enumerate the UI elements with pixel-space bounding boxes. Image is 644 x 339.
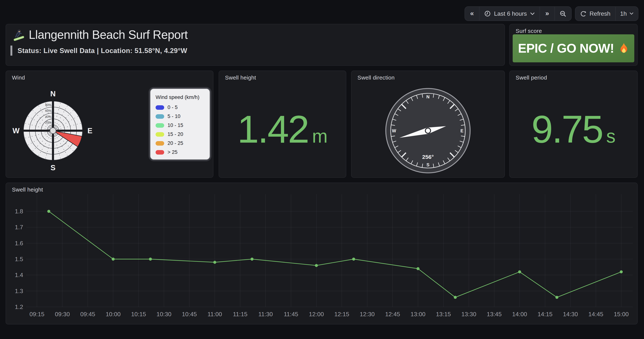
x-axis-tick-label: 11:45: [284, 311, 298, 317]
time-range-button[interactable]: Last 6 hours: [480, 7, 540, 21]
y-axis-tick-label: 1.2: [15, 303, 23, 310]
ring-label: 60%: [45, 109, 52, 113]
legend-label: > 25: [168, 149, 178, 155]
x-axis-tick-label: 12:45: [385, 311, 400, 317]
swell-height-unit: m: [312, 125, 328, 147]
legend-swatch: [156, 150, 164, 154]
y-axis-tick-label: 1.3: [15, 288, 23, 294]
time-picker-group: « Last 6 hours »: [464, 6, 572, 21]
wind-legend: Wind speed (km/h) 0 - 55 - 1010 - 1515 -…: [150, 88, 210, 160]
x-axis-tick-label: 10:15: [131, 311, 146, 317]
swell-height-value: 1.42: [237, 107, 308, 152]
cardinal-label: S: [426, 162, 430, 167]
page-title-row: Llangennith Beach Surf Report: [12, 28, 188, 42]
clock-icon: [484, 11, 491, 17]
legend-swatch: [156, 123, 164, 128]
compass-value: 256°: [422, 154, 434, 160]
stat-value-wrap: 9.75 s: [510, 71, 637, 177]
x-axis-tick-label: 14:45: [588, 311, 603, 317]
legend-items: 0 - 55 - 1010 - 1515 - 2020 - 25> 25: [156, 105, 204, 155]
refresh-icon: [580, 11, 586, 17]
legend-label: 0 - 5: [168, 105, 178, 110]
data-point: [416, 267, 420, 270]
cardinal-label: W: [12, 127, 20, 135]
legend-swatch: [156, 114, 164, 119]
data-point: [352, 258, 355, 261]
legend-item: 15 - 20: [156, 131, 204, 137]
swell-period-unit: s: [606, 125, 616, 147]
data-point: [454, 296, 457, 299]
time-range-label: Last 6 hours: [494, 10, 527, 17]
stat-value-wrap: 1.42 m: [219, 71, 346, 177]
swell-height-timeseries-panel: Swell height 09:1509:3009:4510:0010:1510…: [6, 183, 638, 324]
ring-label: 40%: [45, 115, 52, 119]
cardinal-label: E: [460, 128, 464, 133]
panel-title: Swell direction: [358, 74, 394, 81]
x-axis-tick-label: 10:00: [106, 311, 120, 317]
x-axis-tick-label: 12:00: [309, 311, 324, 317]
chevron-down-icon: [630, 12, 634, 15]
time-shift-back-button[interactable]: «: [465, 7, 480, 21]
x-axis-tick-label: 13:45: [487, 311, 502, 317]
legend-item: 20 - 25: [156, 140, 204, 146]
legend-label: 20 - 25: [168, 140, 183, 146]
time-shift-forward-button[interactable]: »: [540, 7, 555, 21]
refresh-interval-button[interactable]: 1h: [616, 7, 638, 21]
x-axis-tick-label: 10:45: [182, 311, 197, 317]
y-axis-tick-label: 1.8: [15, 208, 23, 215]
ring-label: 20%: [45, 121, 52, 124]
panel-title: Swell period: [516, 74, 547, 81]
x-axis-tick-label: 12:30: [360, 311, 374, 317]
data-point: [518, 270, 521, 273]
legend-title: Wind speed (km/h): [156, 93, 204, 101]
timeseries-chart[interactable]: 09:1509:3009:4510:0010:1510:3010:4511:00…: [6, 183, 637, 324]
data-point: [556, 296, 558, 299]
header-panel: Llangennith Beach Surf Report Status: Li…: [6, 24, 505, 66]
x-axis-tick-label: 09:30: [55, 311, 70, 317]
x-axis-tick-label: 09:45: [80, 311, 95, 317]
status-blockquote: Status: Live Swell Data | Location: 51.5…: [10, 46, 187, 56]
x-axis-tick-label: 11:30: [258, 311, 273, 317]
zoom-out-magnifier-icon: [560, 10, 566, 17]
surf-score-value: EPIC / GO NOW!: [518, 41, 614, 56]
cardinal-label: E: [88, 127, 92, 135]
x-axis-tick-label: 09:15: [30, 311, 44, 317]
data-point: [149, 258, 152, 261]
double-chevron-left-icon: «: [470, 10, 474, 18]
x-axis-tick-label: 13:30: [461, 311, 476, 317]
status-line: Status: Live Swell Data | Location: 51.5…: [18, 47, 187, 55]
cardinal-label: N: [50, 90, 56, 98]
legend-item: 10 - 15: [156, 122, 204, 128]
zoom-out-time-button[interactable]: [555, 7, 571, 21]
x-axis-tick-label: 15:00: [614, 311, 629, 317]
x-axis-tick-label: 11:00: [208, 311, 222, 317]
ring-label: 80%: [45, 103, 52, 107]
legend-swatch: [156, 132, 164, 136]
refresh-interval-label: 1h: [620, 10, 627, 17]
legend-swatch: [156, 105, 164, 110]
legend-swatch: [156, 141, 164, 145]
compass-gauge: NESW256°: [352, 71, 504, 177]
legend-label: 15 - 20: [168, 131, 183, 137]
data-point: [48, 210, 50, 213]
panel-title: Surf score: [516, 28, 542, 34]
data-point: [620, 270, 623, 273]
y-axis-tick-label: 1.4: [15, 272, 23, 278]
surf-score-panel: Surf score EPIC / GO NOW!: [509, 24, 638, 66]
legend-item: > 25: [156, 149, 204, 155]
blockquote-bar: [10, 46, 12, 56]
refresh-button[interactable]: Refresh: [575, 7, 616, 21]
x-axis-tick-label: 13:00: [410, 311, 426, 317]
legend-label: 10 - 15: [168, 122, 183, 128]
surf-score-banner: EPIC / GO NOW!: [513, 34, 634, 62]
swell-period-value: 9.75: [532, 107, 602, 152]
x-axis-tick-label: 14:15: [538, 311, 552, 317]
double-chevron-right-icon: »: [545, 10, 549, 18]
legend-label: 5 - 10: [168, 114, 180, 119]
cardinal-label: W: [392, 128, 396, 133]
cardinal-label: S: [50, 164, 56, 172]
swell-direction-panel: Swell direction NESW256°: [351, 71, 505, 178]
surfer-emoji-icon: [12, 29, 25, 41]
page-title: Llangennith Beach Surf Report: [29, 28, 188, 42]
x-axis-tick-label: 11:15: [233, 311, 248, 317]
